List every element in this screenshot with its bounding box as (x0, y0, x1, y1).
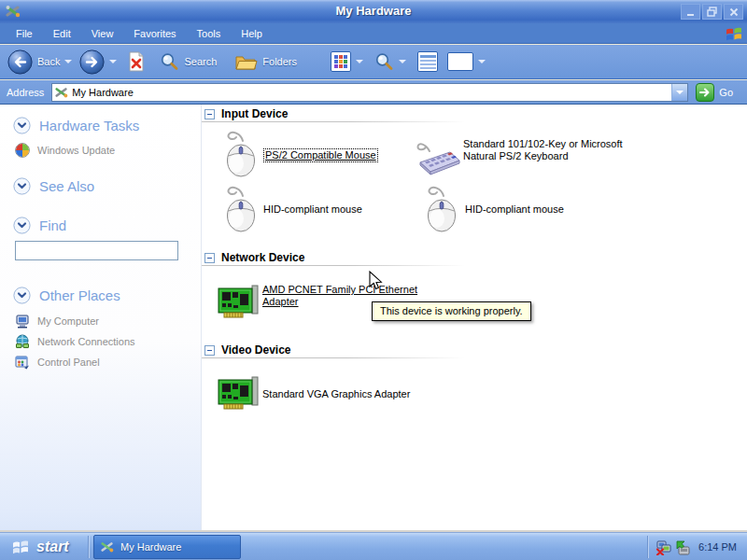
filter-dropdown-icon[interactable] (478, 60, 486, 63)
search-label: Search (184, 56, 217, 67)
device-label-hid-mouse-1[interactable]: HID-compliant mouse (263, 203, 362, 216)
safely-remove-tray-icon[interactable] (675, 539, 691, 555)
address-dropdown-button[interactable] (671, 84, 687, 101)
list-view-button[interactable] (417, 51, 438, 72)
sidebar-section-other-places[interactable]: Other Places (13, 287, 120, 304)
windows-update-icon (15, 143, 30, 158)
folders-label: Folders (262, 56, 297, 67)
collapse-icon[interactable] (204, 253, 215, 263)
list-view-icon (420, 55, 436, 69)
menu-view[interactable]: View (81, 23, 124, 44)
zoom-button[interactable] (374, 52, 406, 72)
hardware-window-icon (55, 86, 68, 99)
stop-button[interactable] (128, 51, 145, 72)
device-label-ps2-mouse[interactable]: PS/2 Compatible Mouse (263, 148, 378, 162)
keyboard-icon[interactable] (416, 140, 461, 177)
sidebar-item-network-connections[interactable]: Network Connections (15, 334, 135, 349)
address-label: Address (0, 87, 51, 98)
device-status-tooltip: This device is working properly. (372, 301, 531, 321)
sidebar-item-label: Control Panel (37, 357, 100, 368)
mouse-cursor-icon (369, 271, 383, 291)
collapse-icon[interactable] (204, 109, 215, 119)
address-combobox[interactable]: My Hardware (51, 83, 688, 102)
zoom-dropdown-icon[interactable] (399, 60, 406, 63)
windows-logo-icon (725, 24, 743, 43)
task-label: My Hardware (120, 541, 181, 553)
section-header-video-device: Video Device (204, 343, 290, 357)
section-separator (202, 265, 465, 266)
back-icon (7, 49, 33, 75)
chevron-down-icon (13, 217, 31, 234)
stop-icon (128, 51, 145, 72)
close-button[interactable] (724, 4, 743, 20)
sidebar-item-label: Windows Update (37, 145, 115, 156)
views-button[interactable] (331, 51, 363, 72)
sidebar-section-hardware-tasks[interactable]: Hardware Tasks (13, 117, 139, 134)
collapse-icon[interactable] (204, 345, 215, 356)
section-title: Input Device (221, 107, 288, 120)
restore-icon (707, 7, 717, 17)
control-panel-icon (15, 355, 30, 370)
mouse-icon[interactable] (222, 130, 260, 178)
start-button[interactable]: start (0, 533, 86, 560)
section-separator (202, 357, 465, 358)
device-label-hid-mouse-2[interactable]: HID-compliant mouse (465, 203, 564, 216)
start-flag-icon (11, 538, 30, 556)
menu-help[interactable]: Help (231, 23, 273, 44)
go-icon (699, 87, 711, 98)
filter-button[interactable] (447, 52, 486, 71)
sidebar-item-control-panel[interactable]: Control Panel (15, 355, 100, 370)
sidebar: Hardware Tasks Windows Update See Also F… (0, 105, 202, 530)
hardware-window-icon (101, 540, 114, 553)
section-title: See Also (39, 178, 94, 194)
network-card-icon[interactable] (217, 282, 260, 321)
taskbar-clock[interactable]: 6:14 PM (698, 541, 737, 553)
dropdown-icon (676, 91, 684, 94)
find-input[interactable] (15, 241, 178, 260)
search-button[interactable]: Search (160, 52, 217, 72)
tray-divider (647, 536, 648, 558)
section-title: Other Places (39, 287, 120, 303)
folders-icon (235, 52, 258, 71)
window-title: My Hardware (0, 4, 747, 18)
task-button-my-hardware[interactable]: My Hardware (93, 535, 241, 559)
taskbar-divider (88, 536, 89, 558)
folders-button[interactable]: Folders (235, 52, 297, 71)
minimize-button[interactable] (681, 4, 700, 20)
sidebar-item-label: My Computer (37, 315, 99, 327)
mouse-icon[interactable] (423, 185, 460, 233)
menu-edit[interactable]: Edit (43, 23, 81, 44)
search-icon (160, 52, 179, 72)
sidebar-item-my-computer[interactable]: My Computer (15, 314, 99, 329)
back-button[interactable]: Back (7, 49, 72, 75)
device-label-vga-adapter[interactable]: Standard VGA Graphics Adapter (262, 388, 410, 400)
forward-dropdown-icon[interactable] (109, 60, 117, 63)
toolbar: Back Search (0, 45, 747, 79)
sidebar-section-see-also[interactable]: See Also (13, 177, 94, 195)
titlebar[interactable]: My Hardware (0, 0, 747, 23)
menu-file[interactable]: File (6, 23, 43, 44)
sidebar-item-label: Network Connections (37, 336, 135, 347)
network-error-tray-icon[interactable] (655, 539, 671, 555)
go-button[interactable] (696, 83, 714, 102)
forward-icon (79, 49, 105, 75)
back-dropdown-icon[interactable] (64, 60, 72, 63)
sidebar-item-windows-update[interactable]: Windows Update (15, 143, 115, 158)
address-value: My Hardware (72, 87, 133, 98)
start-label: start (36, 539, 69, 555)
chevron-down-icon (13, 177, 31, 195)
device-label-keyboard[interactable]: Standard 101/102-Key or Microsoft Natura… (463, 138, 646, 162)
video-card-icon[interactable] (217, 373, 260, 413)
window-body: Hardware Tasks Windows Update See Also F… (0, 105, 747, 530)
device-list: Input Device PS/2 Compatible Mouse (202, 105, 747, 530)
section-title: Find (39, 217, 66, 233)
forward-button[interactable] (79, 49, 117, 75)
views-dropdown-icon[interactable] (356, 60, 363, 63)
section-title: Video Device (221, 343, 290, 357)
menu-favorites[interactable]: Favorites (123, 23, 186, 44)
sidebar-section-find[interactable]: Find (13, 217, 66, 234)
restore-button[interactable] (702, 4, 722, 20)
mouse-icon[interactable] (222, 185, 260, 233)
chevron-down-icon (13, 287, 31, 304)
menu-tools[interactable]: Tools (187, 23, 232, 44)
